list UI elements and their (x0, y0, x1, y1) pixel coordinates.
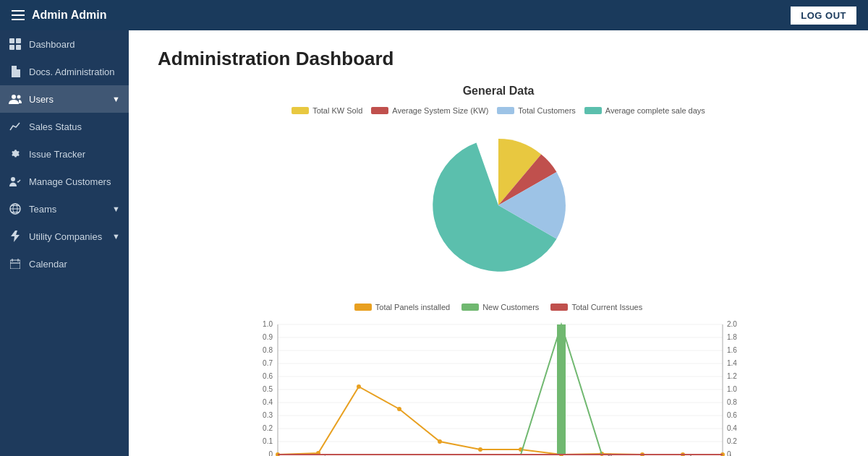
sidebar-item-users[interactable]: Users ▼ (0, 85, 129, 113)
sidebar-item-utility-companies[interactable]: Utility Companies ▼ (0, 223, 129, 250)
svg-text:2.0: 2.0 (727, 320, 737, 328)
legend-label-panels: Total Panels installed (375, 303, 450, 311)
sidebar-label-docs: Docs. Administration (29, 66, 120, 77)
teams-chevron-icon: ▼ (112, 205, 120, 213)
legend-label-new-customers: New Customers (482, 303, 539, 311)
app-title: Admin Admin (32, 9, 106, 22)
sidebar-label-users: Users (29, 94, 105, 105)
dashboard-icon (9, 38, 22, 51)
chevron-down-icon: ▼ (112, 95, 120, 103)
svg-rect-15 (10, 260, 20, 269)
svg-text:0.1: 0.1 (263, 437, 273, 445)
svg-point-9 (11, 177, 15, 181)
sidebar-label-sales: Sales Status (29, 121, 120, 132)
users-icon (9, 93, 22, 106)
legend-color-current-issues (550, 304, 568, 311)
page-title: Administration Dashboard (158, 48, 839, 70)
svg-rect-6 (12, 75, 16, 77)
svg-text:0.4: 0.4 (727, 424, 737, 432)
svg-rect-4 (12, 71, 18, 72)
sidebar-label-manage-customers: Manage Customers (29, 176, 120, 187)
svg-text:1.8: 1.8 (727, 333, 737, 341)
svg-text:0.3: 0.3 (263, 411, 273, 419)
sidebar: Dashboard Docs. Administration (0, 30, 129, 456)
svg-text:0.9: 0.9 (263, 333, 273, 341)
legend-color-new-customers (461, 304, 479, 311)
sidebar-item-issue-tracker[interactable]: Issue Tracker (0, 140, 129, 168)
legend-item-current-issues: Total Current Issues (550, 303, 642, 311)
sales-icon (9, 120, 22, 133)
sidebar-item-docs-admin[interactable]: Docs. Administration (0, 58, 129, 85)
svg-text:0.8: 0.8 (263, 346, 273, 354)
sidebar-label-utility: Utility Companies (29, 231, 105, 242)
line-chart-section: Total Panels installed New Customers Tot… (238, 303, 759, 456)
svg-text:0.6: 0.6 (263, 372, 273, 380)
svg-rect-3 (16, 45, 21, 50)
svg-text:0.8: 0.8 (727, 398, 737, 406)
legend-label-current-issues: Total Current Issues (571, 303, 642, 311)
svg-text:1.6: 1.6 (727, 346, 737, 354)
orange-line (278, 387, 723, 455)
svg-rect-0 (9, 38, 14, 43)
legend-item-avg-system: Average System Size (KW) (371, 106, 488, 115)
main-layout: Dashboard Docs. Administration (0, 30, 868, 456)
hamburger-menu[interactable] (12, 10, 25, 20)
legend-color-avg-system (371, 107, 388, 114)
pie-chart (238, 122, 759, 288)
utility-icon (9, 230, 22, 243)
legend-item-kw-sold: Total KW Sold (292, 106, 362, 115)
legend-item-new-customers: New Customers (461, 303, 539, 311)
svg-point-8 (17, 95, 21, 99)
svg-text:0.7: 0.7 (263, 359, 273, 367)
pie-chart-title: General Data (238, 85, 759, 98)
sidebar-item-calendar[interactable]: Calendar (0, 250, 129, 278)
svg-rect-5 (12, 73, 18, 74)
line-chart: .axis-label { font-size: 10px; fill: #66… (238, 317, 759, 456)
svg-point-70 (397, 407, 401, 411)
pie-chart-section: General Data Total KW Sold Average Syste… (238, 85, 759, 288)
sidebar-item-dashboard[interactable]: Dashboard (0, 30, 129, 58)
logout-button[interactable]: LOG OUT (791, 7, 856, 25)
svg-text:0: 0 (268, 450, 273, 456)
green-bar-august (557, 324, 566, 455)
legend-label-avg-sale-days: Average complete sale days (605, 106, 705, 115)
svg-text:1.2: 1.2 (727, 372, 737, 380)
legend-item-panels: Total Panels installed (354, 303, 450, 311)
svg-text:1.0: 1.0 (727, 385, 737, 393)
sidebar-label-calendar: Calendar (29, 259, 120, 270)
svg-text:1.4: 1.4 (727, 359, 737, 367)
sidebar-label-issues: Issue Tracker (29, 149, 120, 160)
svg-point-69 (357, 384, 361, 389)
sidebar-item-sales-status[interactable]: Sales Status (0, 113, 129, 140)
svg-point-71 (438, 439, 442, 444)
docs-icon (9, 65, 22, 78)
legend-color-avg-sale-days (584, 107, 602, 114)
svg-text:0.2: 0.2 (727, 437, 737, 445)
manage-customers-icon (9, 175, 22, 188)
line-legend: Total Panels installed New Customers Tot… (238, 303, 759, 311)
svg-point-72 (478, 447, 482, 452)
pie-legend: Total KW Sold Average System Size (KW) T… (238, 106, 759, 115)
svg-rect-1 (16, 38, 21, 43)
teams-icon (9, 202, 22, 215)
main-content: Administration Dashboard General Data To… (129, 30, 868, 456)
gear-icon (9, 147, 22, 160)
sidebar-label-teams: Teams (29, 204, 105, 215)
svg-text:0.2: 0.2 (263, 424, 273, 432)
sidebar-label-dashboard: Dashboard (29, 39, 120, 50)
sidebar-item-teams[interactable]: Teams ▼ (0, 195, 129, 223)
svg-rect-2 (9, 45, 14, 50)
svg-text:0.4: 0.4 (263, 398, 273, 406)
legend-label-avg-system: Average System Size (KW) (392, 106, 488, 115)
svg-text:1.0: 1.0 (263, 320, 273, 328)
legend-item-avg-sale-days: Average complete sale days (584, 106, 705, 115)
header-left: Admin Admin (12, 9, 106, 22)
legend-label-total-customers: Total Customers (518, 106, 575, 115)
legend-item-total-customers: Total Customers (497, 106, 575, 115)
svg-point-7 (12, 95, 16, 99)
svg-text:0.6: 0.6 (727, 411, 737, 419)
calendar-icon (9, 257, 22, 270)
sidebar-item-manage-customers[interactable]: Manage Customers (0, 168, 129, 195)
legend-color-total-customers (497, 107, 514, 114)
legend-label-kw-sold: Total KW Sold (312, 106, 362, 115)
